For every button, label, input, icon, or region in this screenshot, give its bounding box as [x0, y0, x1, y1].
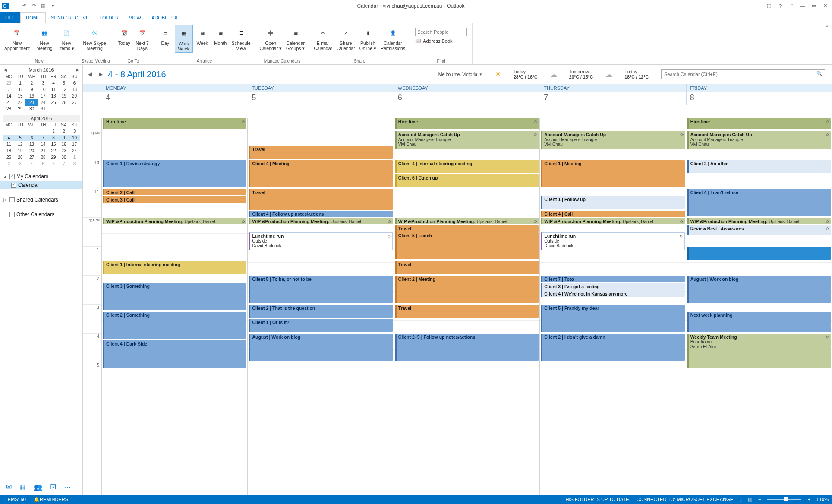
zoom-slider[interactable]	[767, 499, 801, 500]
qat-cal-icon[interactable]: ▦	[40, 3, 47, 9]
event[interactable]: Hiro time⟳	[395, 118, 539, 129]
date-cell[interactable]: 10	[38, 86, 48, 93]
date-cell[interactable]: 1	[69, 154, 80, 161]
date-cell[interactable]: 9	[59, 135, 69, 141]
day-num-7[interactable]: 7	[540, 92, 686, 105]
help-icon[interactable]: ?	[777, 3, 784, 9]
date-cell[interactable]: 2	[25, 80, 38, 86]
event[interactable]: Client 4 | Meeting	[249, 160, 392, 187]
event[interactable]: Review Best / Awwwards⟳	[687, 225, 831, 235]
date-cell[interactable]: 19	[15, 148, 25, 154]
event[interactable]: Client 2+5 | Follow up notes/actions	[395, 334, 539, 361]
event[interactable]: Account Managers Catch UpAccount Manager…	[541, 131, 684, 149]
date-cell[interactable]: 23	[59, 148, 69, 154]
schedule-button[interactable]: ☰ScheduleView	[230, 25, 252, 53]
date-cell[interactable]	[15, 128, 25, 135]
date-cell[interactable]: 28	[38, 154, 48, 161]
event[interactable]: Lunchtime runOutsideDavid Baddock⟳	[249, 232, 392, 250]
date-cell[interactable]: 20	[69, 93, 80, 99]
event[interactable]: WIP &Production Planning Meeting: Upstai…	[687, 218, 831, 224]
date-cell[interactable]: 13	[25, 141, 38, 148]
date-cell[interactable]: 26	[59, 99, 69, 106]
date-cell[interactable]: 4	[25, 161, 38, 167]
event[interactable]: Client 1 | Meeting	[541, 160, 684, 187]
day-col-wed[interactable]: Hiro time⟳Account Managers Catch UpAccou…	[394, 118, 540, 495]
date-cell[interactable]: 22	[48, 148, 59, 154]
date-cell[interactable]: 14	[3, 93, 15, 99]
event[interactable]: Travel	[395, 261, 539, 274]
event[interactable]	[687, 247, 831, 260]
prev-month-icon[interactable]: ◀	[3, 68, 8, 72]
date-cell[interactable]: 5	[59, 80, 69, 86]
date-cell[interactable]: 3	[38, 80, 48, 86]
collapse-ribbon-icon[interactable]: ˄	[823, 23, 832, 64]
date-cell[interactable]	[25, 128, 38, 135]
date-cell[interactable]: 25	[48, 99, 59, 106]
view-normal-icon[interactable]: ▯	[739, 497, 742, 502]
maximize-icon[interactable]: ▭	[810, 3, 817, 9]
close-icon[interactable]: ✕	[822, 3, 829, 9]
event[interactable]: Client 4 | We're not in Kansas anymore	[541, 290, 684, 297]
date-cell[interactable]: 16	[25, 93, 38, 99]
date-cell[interactable]: 17	[38, 93, 48, 99]
date-cell[interactable]: 4	[3, 135, 15, 141]
date-cell[interactable]: 21	[38, 148, 48, 154]
date-cell[interactable]: 30	[25, 106, 38, 112]
zoom-in-icon[interactable]: +	[807, 497, 810, 502]
event[interactable]: Client 4 | Internal steering meeting	[395, 160, 539, 173]
event[interactable]: Account Managers Catch UpAccount Manager…	[687, 131, 831, 149]
tab-folder[interactable]: FOLDER	[94, 12, 124, 23]
day-num-4[interactable]: 4	[102, 92, 248, 105]
event[interactable]: Client 7 | Toto	[541, 276, 684, 282]
date-cell[interactable]	[69, 106, 80, 112]
date-cell[interactable]: 7	[59, 161, 69, 167]
event[interactable]: Client 1 | Or is it?	[249, 319, 392, 332]
calendar-node[interactable]: Calendar	[0, 181, 82, 189]
date-cell[interactable]: 1	[15, 80, 25, 86]
event[interactable]: Client 5 | Lunch	[395, 232, 539, 259]
share-calendar-button[interactable]: ↗ShareCalendar	[335, 25, 357, 52]
date-cell[interactable]: 16	[59, 141, 69, 148]
date-cell[interactable]: 8	[69, 161, 80, 167]
date-cell[interactable]: 14	[38, 141, 48, 148]
date-cell[interactable]: 12	[15, 141, 25, 148]
date-cell[interactable]: 8	[15, 86, 25, 93]
day-col-mon[interactable]: Hiro time⟳Client 1 | Revise strategyClie…	[102, 118, 248, 495]
event[interactable]: Lunchtime runOutsideDavid Baddock⟳	[541, 232, 684, 250]
tab-send-receive[interactable]: SEND / RECEIVE	[46, 12, 94, 23]
event[interactable]: Client 3 | Something	[103, 283, 246, 310]
date-cell[interactable]	[38, 128, 48, 135]
ribbon-display-icon[interactable]: ⬚	[766, 3, 772, 9]
qat-btn[interactable]: ☰	[11, 3, 18, 9]
date-cell[interactable]: 22	[15, 99, 25, 106]
minical-table-2[interactable]: MOTUWETHFRSASU12345678910111213141516171…	[3, 122, 80, 167]
prev-week-icon[interactable]: ◀	[86, 71, 94, 77]
mail-icon[interactable]: ✉	[6, 483, 12, 491]
date-cell[interactable]	[3, 128, 15, 135]
today-button[interactable]: 📆Today	[116, 25, 133, 52]
event[interactable]: Hiro time⟳	[687, 118, 831, 129]
date-cell[interactable]: 18	[3, 148, 15, 154]
date-cell[interactable]: 29	[15, 106, 25, 112]
event[interactable]: August | Work on blog	[249, 334, 392, 361]
event[interactable]: Client 1 | Internal steering meeting	[103, 261, 246, 274]
event[interactable]: Client 2 | Call	[103, 189, 246, 195]
event[interactable]: WIP &Production Planning Meeting: Upstai…	[103, 218, 246, 224]
date-cell[interactable]: 17	[69, 141, 80, 148]
shared-calendars-node[interactable]: ▷Shared Calendars	[3, 195, 79, 204]
date-cell[interactable]: 31	[38, 106, 48, 112]
date-cell[interactable]: 10	[69, 135, 80, 141]
event[interactable]: Client 3 | Call	[103, 196, 246, 203]
tab-file[interactable]: FILE	[0, 12, 20, 23]
day-button[interactable]: ▭Day	[157, 25, 174, 53]
event[interactable]: Next week planning	[687, 312, 831, 332]
date-cell[interactable]: 24	[38, 99, 48, 106]
event[interactable]: WIP &Production Planning Meeting: Upstai…	[249, 218, 392, 224]
event[interactable]: Travel	[395, 225, 539, 232]
new-skype-button[interactable]: ⓈNew SkypeMeeting	[82, 25, 108, 52]
event[interactable]: Client 5 | To be, or not to be	[249, 276, 392, 303]
day-num-5[interactable]: 5	[248, 92, 394, 105]
date-cell[interactable]: 6	[69, 80, 80, 86]
date-cell[interactable]: 21	[3, 99, 15, 106]
event[interactable]: WIP &Production Planning Meeting: Upstai…	[395, 218, 539, 224]
